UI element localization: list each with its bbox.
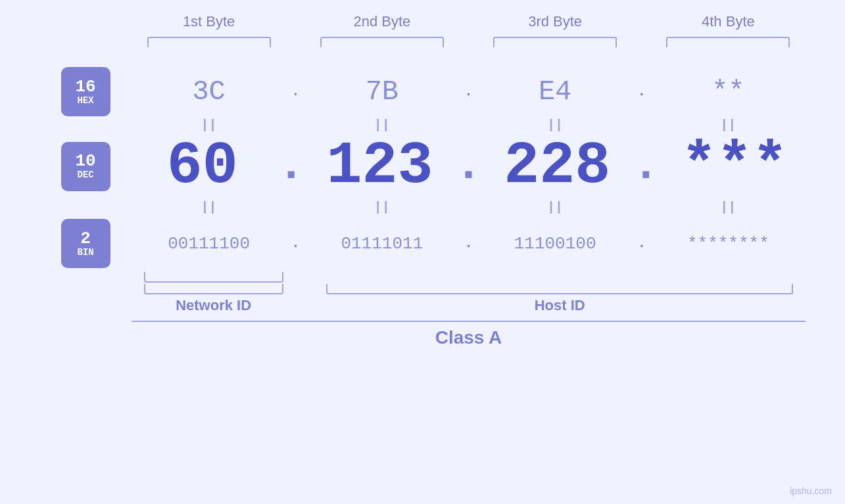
hex-label-cell: 16 HEX — [39, 67, 132, 116]
dec-byte2: 123 — [327, 137, 433, 196]
bin-byte2-col: 01111011 — [304, 234, 459, 254]
network-bracket — [144, 272, 283, 283]
hex-badge-text: HEX — [77, 95, 93, 106]
dec-row: 10 DEC 60 . 123 . 228 . *** — [39, 137, 806, 196]
bin-byte4-col: ******** — [651, 234, 806, 254]
host-id-bracket — [326, 284, 793, 294]
eq2-3: || — [547, 200, 563, 215]
bin-dot2: . — [460, 235, 478, 252]
byte2-header: 2nd Byte — [304, 13, 459, 30]
bin-byte2: 01111011 — [341, 234, 423, 254]
bin-dot3: . — [633, 235, 651, 252]
hex-byte3: E4 — [539, 76, 571, 108]
hex-byte1: 3C — [192, 76, 225, 108]
bottom-brackets-row — [39, 272, 806, 283]
bracket-col-2 — [304, 37, 459, 47]
eq2-1: || — [201, 200, 217, 215]
bin-byte3: 11100100 — [514, 234, 596, 254]
byte4-header: 4th Byte — [651, 13, 806, 30]
eq1-3: || — [547, 118, 563, 133]
eq1-4: || — [720, 118, 736, 133]
network-id-section: Network ID — [132, 284, 295, 314]
bin-byte1-col: 00111100 — [132, 234, 286, 254]
hex-badge-number: 16 — [75, 78, 95, 95]
byte-headers: 1st Byte 2nd Byte 3rd Byte 4th Byte — [39, 13, 806, 30]
dec-badge: 10 DEC — [61, 142, 110, 191]
bracket-col-4 — [651, 37, 806, 47]
bracket-4 — [666, 37, 790, 47]
equals-row-2: || || || || — [39, 200, 806, 215]
watermark: ipshu.com — [790, 486, 832, 496]
dec-byte1-col: 60 — [132, 137, 274, 196]
dec-dot2: . — [450, 143, 486, 189]
hex-dot3: . — [633, 83, 651, 100]
dec-label-cell: 10 DEC — [39, 142, 132, 191]
hex-byte2: 7B — [366, 76, 398, 108]
dec-badge-text: DEC — [77, 170, 93, 180]
dec-byte4-col: *** — [664, 137, 806, 196]
dec-bytes: 60 . 123 . 228 . *** — [132, 137, 806, 196]
equals-row-1: || || || || — [39, 118, 806, 133]
hex-row: 16 HEX 3C . 7B . E4 . ** — [39, 67, 806, 116]
bin-dot1: . — [286, 235, 304, 252]
byte1-header: 1st Byte — [132, 13, 286, 30]
dec-dot1: . — [274, 143, 309, 189]
bin-bytes: 00111100 . 01111011 . 11100100 . *******… — [132, 234, 806, 254]
byte3-header: 3rd Byte — [478, 13, 633, 30]
hex-byte4-col: ** — [651, 76, 806, 108]
bin-byte4: ******** — [687, 234, 769, 254]
dec-byte1: 60 — [167, 137, 238, 196]
dec-dot3: . — [628, 143, 664, 189]
top-brackets — [39, 37, 806, 47]
dec-badge-number: 10 — [75, 152, 95, 170]
bracket-col-3 — [478, 37, 633, 47]
network-id-label: Network ID — [176, 297, 251, 314]
bin-label-cell: 2 BIN — [39, 219, 132, 268]
id-section: Network ID Host ID — [39, 284, 806, 314]
bracket-3 — [493, 37, 617, 47]
hex-byte1-col: 3C — [132, 76, 286, 108]
eq2-2: || — [374, 200, 390, 215]
dec-byte2-col: 123 — [309, 137, 451, 196]
bracket-col-1 — [132, 37, 286, 47]
class-label: Class A — [435, 327, 502, 348]
class-line — [132, 321, 806, 322]
dec-byte3-col: 228 — [487, 137, 629, 196]
bracket-1 — [147, 37, 271, 47]
hex-dot2: . — [460, 83, 478, 100]
eq1-1: || — [201, 118, 217, 133]
dec-byte3: 228 — [504, 137, 610, 196]
host-id-label: Host ID — [535, 297, 585, 314]
bin-byte1: 00111100 — [168, 234, 250, 254]
hex-byte3-col: E4 — [478, 76, 633, 108]
bin-byte3-col: 11100100 — [478, 234, 633, 254]
bin-row: 2 BIN 00111100 . 01111011 . 11100100 . — [39, 219, 806, 268]
main-container: 1st Byte 2nd Byte 3rd Byte 4th Byte 16 H… — [0, 0, 845, 504]
network-id-bracket — [144, 284, 283, 294]
hex-byte4: ** — [712, 76, 744, 108]
dec-byte4: *** — [681, 137, 788, 196]
hex-badge: 16 HEX — [61, 67, 110, 116]
hex-dot1: . — [286, 83, 304, 100]
eq1-2: || — [374, 118, 390, 133]
eq2-4: || — [720, 200, 736, 215]
hex-bytes: 3C . 7B . E4 . ** — [132, 76, 806, 108]
bin-badge: 2 BIN — [61, 219, 110, 268]
bin-badge-text: BIN — [77, 247, 93, 258]
bracket-2 — [320, 37, 444, 47]
bin-badge-number: 2 — [80, 230, 91, 247]
host-id-section: Host ID — [314, 284, 806, 314]
class-section: Class A — [39, 321, 806, 348]
hex-byte2-col: 7B — [304, 76, 459, 108]
